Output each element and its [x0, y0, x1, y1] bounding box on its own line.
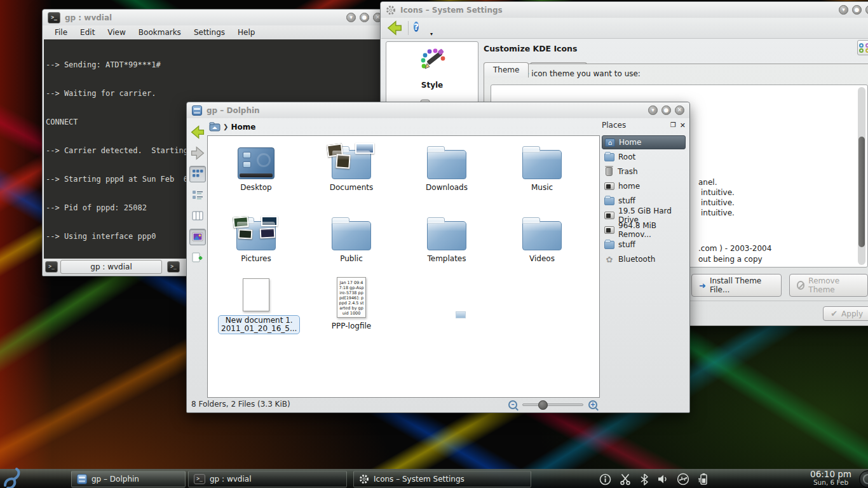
- maximize-icon[interactable]: ●: [661, 105, 671, 115]
- grid-item-pictures[interactable]: Pictures: [218, 214, 294, 263]
- grid-item-downloads[interactable]: Downloads: [409, 142, 485, 192]
- folder-icon: [604, 153, 614, 161]
- folder-icon: [604, 197, 614, 205]
- grid-item-templates[interactable]: Templates: [409, 214, 485, 263]
- breadcrumb-home[interactable]: Home: [231, 123, 255, 132]
- grid-item-ppp-logfile[interactable]: Jan 17 09:47:18 gp-Aspire-5738 pppd[1946…: [313, 277, 390, 330]
- breadcrumb-separator: ❯: [223, 123, 228, 130]
- menu-settings[interactable]: Settings: [189, 27, 230, 38]
- places-panel-title: Places: [602, 121, 626, 130]
- taskbar: gp – Dolphin >_ gp : wvdial Icons – Syst…: [0, 469, 868, 488]
- minimize-icon[interactable]: ▾: [346, 13, 356, 22]
- folder-view[interactable]: Desktop Documents Downloads Music: [207, 135, 600, 398]
- clock-date: Sun, 6 Feb: [810, 478, 851, 487]
- tab-theme[interactable]: Theme: [484, 62, 529, 78]
- minimize-icon[interactable]: ▾: [648, 105, 658, 115]
- menu-bookmarks[interactable]: Bookmarks: [133, 27, 186, 38]
- maximize-icon[interactable]: ●: [360, 13, 369, 22]
- drive-icon: [604, 212, 614, 219]
- clock[interactable]: 06:10 pm Sun, 6 Feb: [810, 470, 851, 487]
- info-icon[interactable]: [599, 473, 611, 485]
- zoom-control: – +: [508, 400, 597, 409]
- breadcrumb[interactable]: ❯ Home: [209, 122, 255, 132]
- text-preview-icon: Jan 17 09:47:18 gp-Aspire-5738 pppd[1946…: [337, 277, 366, 318]
- grid-item-videos[interactable]: Videos: [504, 214, 580, 263]
- place-stuff-2[interactable]: stuff: [602, 238, 686, 252]
- menu-file[interactable]: File: [50, 27, 72, 38]
- konsole-titlebar[interactable]: >_ gp : wvdial ▾ ● ✕: [43, 10, 388, 25]
- apply-button[interactable]: ✔ Apply: [823, 306, 868, 321]
- menu-edit[interactable]: Edit: [75, 27, 100, 38]
- system-settings-title: Icons – System Settings: [400, 6, 503, 15]
- app-launcher-icon[interactable]: [1, 467, 27, 488]
- icons-view-button[interactable]: [189, 166, 206, 182]
- klipper-scissors-icon[interactable]: [620, 473, 632, 485]
- install-theme-button[interactable]: ➜ Install Theme File...: [691, 274, 782, 297]
- grid-item-new-document[interactable]: New document 1. 2011_01_20_16_5...: [218, 277, 294, 334]
- preview-toggle-button[interactable]: [189, 229, 206, 245]
- place-trash[interactable]: Trash: [602, 165, 686, 179]
- place-root[interactable]: Root: [602, 150, 686, 164]
- minimize-icon[interactable]: ▾: [839, 5, 848, 15]
- terminal-tab[interactable]: gp : wvdial: [60, 260, 162, 274]
- dolphin-statusbar: 8 Folders, 2 Files (3.3 KiB): [187, 396, 689, 412]
- split-view-button[interactable]: [189, 250, 206, 266]
- place-home[interactable]: ⌂ Home: [602, 135, 686, 149]
- place-home-partition[interactable]: home: [602, 179, 686, 193]
- dolphin-app-icon: [192, 105, 202, 116]
- float-panel-icon[interactable]: ❐: [670, 121, 676, 130]
- forward-button[interactable]: [189, 145, 206, 161]
- usb-device-icon[interactable]: [677, 473, 689, 485]
- selected-file-label: New document 1. 2011_01_20_16_5...: [218, 315, 300, 334]
- menu-view[interactable]: View: [102, 27, 130, 38]
- scrollbar-thumb[interactable]: [858, 137, 865, 247]
- back-button[interactable]: [386, 20, 403, 36]
- task-system-settings[interactable]: Icons – System Settings: [353, 471, 531, 487]
- tab-list-button[interactable]: >_: [167, 261, 180, 273]
- grid-item-desktop[interactable]: Desktop: [218, 142, 294, 192]
- grid-item-public[interactable]: Public: [313, 214, 390, 263]
- close-panel-icon[interactable]: ✕: [680, 121, 686, 130]
- pictures-folder-icon: [236, 221, 276, 250]
- trash-icon: [606, 167, 613, 176]
- columns-view-icon: [192, 210, 203, 222]
- bluetooth-icon[interactable]: [640, 473, 649, 485]
- status-text: 8 Folders, 2 Files (3.3 KiB): [191, 400, 290, 409]
- place-hard-drive[interactable]: 19.5 GiB Hard Drive: [602, 208, 686, 222]
- volume-icon[interactable]: [657, 473, 668, 485]
- new-tab-button[interactable]: >_: [45, 261, 58, 273]
- back-button[interactable]: [189, 124, 206, 140]
- place-bluetooth[interactable]: ✿ Bluetooth: [602, 252, 686, 266]
- documents-folder-icon: [332, 150, 371, 179]
- panel-toolbox-icon[interactable]: [859, 470, 868, 488]
- maximize-icon[interactable]: ●: [852, 5, 862, 15]
- scrollbar[interactable]: [858, 87, 865, 265]
- zoom-slider[interactable]: [522, 403, 583, 406]
- place-stuff[interactable]: stuff: [602, 194, 686, 208]
- konsole-app-icon: >_: [194, 474, 205, 484]
- place-removable[interactable]: 964.8 MiB Remov...: [602, 223, 686, 237]
- close-icon[interactable]: ✕: [675, 105, 684, 115]
- system-settings-toolbar: ? ▾: [381, 18, 868, 39]
- compact-view-button[interactable]: [189, 187, 206, 203]
- close-icon[interactable]: ✕: [865, 5, 868, 15]
- battery-icon[interactable]: [698, 473, 709, 485]
- zoom-in-icon[interactable]: +: [588, 400, 597, 409]
- grid-item-music[interactable]: Music: [504, 142, 580, 192]
- task-dolphin[interactable]: gp – Dolphin: [71, 471, 186, 487]
- folder-icon: [427, 221, 466, 250]
- help-button[interactable]: ? ▾: [414, 20, 433, 36]
- system-settings-titlebar[interactable]: Icons – System Settings ▾ ● ✕: [381, 2, 868, 18]
- grid-item-documents[interactable]: Documents: [313, 142, 390, 192]
- menu-help[interactable]: Help: [233, 27, 260, 38]
- arrow-right-icon: ➜: [699, 281, 706, 290]
- home-icon: [209, 122, 220, 132]
- task-konsole[interactable]: >_ gp : wvdial: [188, 471, 347, 487]
- zoom-out-icon[interactable]: –: [508, 400, 517, 409]
- remove-theme-button[interactable]: Remove Theme: [789, 274, 868, 297]
- columns-view-button[interactable]: [189, 208, 206, 224]
- sidebar-item-style[interactable]: Style: [386, 42, 478, 90]
- zoom-slider-handle[interactable]: [538, 400, 548, 410]
- forward-arrow-icon: [190, 146, 205, 161]
- dolphin-titlebar[interactable]: gp – Dolphin ▾ ● ✕: [187, 102, 689, 118]
